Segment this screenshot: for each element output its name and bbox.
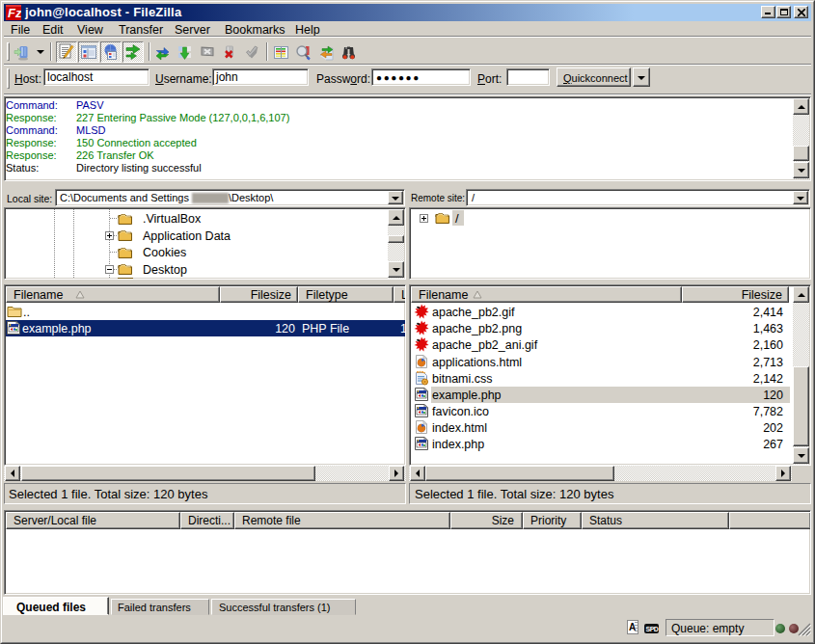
svg-text:Fz: Fz [8,6,21,20]
